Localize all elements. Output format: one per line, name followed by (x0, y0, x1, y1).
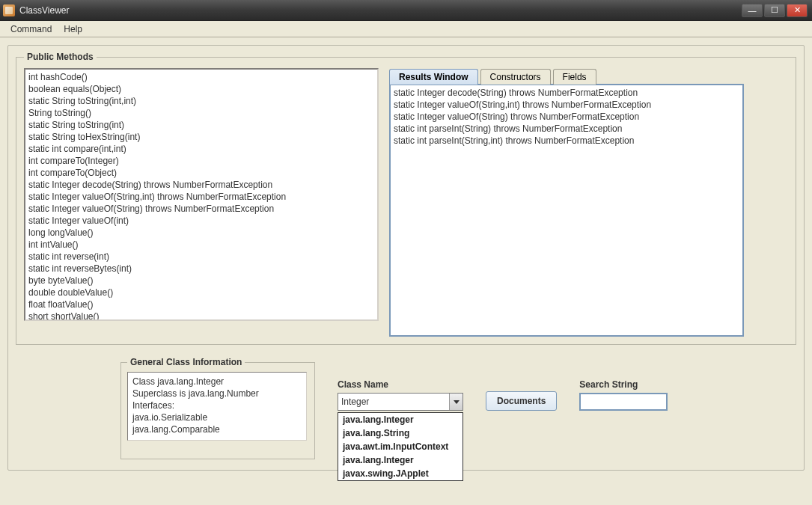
public-methods-legend: Public Methods (24, 52, 97, 62)
methods-list[interactable]: int hashCode()boolean equals(Object)stat… (24, 68, 379, 321)
public-methods-group: Public Methods int hashCode()boolean equ… (16, 52, 796, 345)
class-name-value: Integer (338, 397, 449, 407)
window-title: ClassViewer (19, 5, 742, 16)
search-group: Search String (579, 379, 668, 411)
app-icon (3, 4, 15, 16)
method-item[interactable]: static String toString(int,int) (28, 95, 374, 107)
result-item[interactable]: static Integer valueOf(String,int) throw… (394, 99, 739, 111)
results-panel[interactable]: static Integer decode(String) throws Num… (389, 84, 744, 337)
method-item[interactable]: int hashCode() (28, 71, 374, 83)
method-item[interactable]: int intValue() (28, 239, 374, 251)
method-item[interactable]: short shortValue() (28, 310, 374, 321)
method-item[interactable]: boolean equals(Object) (28, 83, 374, 95)
general-class-info-group: General Class Information Class java.lan… (120, 357, 315, 459)
method-item[interactable]: byte byteValue() (28, 275, 374, 287)
gci-body: Class java.lang.IntegerSuperclass is jav… (127, 372, 307, 441)
dropdown-item[interactable]: java.lang.Integer (338, 453, 463, 467)
search-input[interactable] (579, 393, 668, 411)
method-item[interactable]: int compareTo(Integer) (28, 155, 374, 167)
result-item[interactable]: static int parseInt(String) throws Numbe… (394, 123, 739, 135)
class-name-combo[interactable]: Integer (338, 393, 463, 411)
chevron-down-icon[interactable] (449, 394, 463, 410)
gci-line: Interfaces: (132, 400, 302, 411)
close-button[interactable]: ✕ (787, 4, 808, 17)
gci-line: Class java.lang.Integer (132, 376, 302, 388)
method-item[interactable]: static Integer valueOf(String,int) throw… (28, 191, 374, 203)
tab-results[interactable]: Results Window (389, 69, 478, 85)
method-item[interactable]: static Integer valueOf(String) throws Nu… (28, 203, 374, 215)
tabbar: Results Window Constructors Fields (389, 68, 744, 84)
gci-line: java.io.Serializable (132, 411, 302, 423)
class-name-dropdown[interactable]: java.lang.Integerjava.lang.Stringjava.aw… (338, 412, 463, 481)
gci-line: Superclass is java.lang.Number (132, 388, 302, 400)
tab-fields[interactable]: Fields (553, 69, 596, 85)
class-name-group: Class Name Integer java.lang.Integerjava… (338, 379, 463, 411)
method-item[interactable]: static String toHexString(int) (28, 131, 374, 143)
result-item[interactable]: static int parseInt(String,int) throws N… (394, 135, 739, 147)
titlebar: ClassViewer — ☐ ✕ (0, 0, 812, 21)
class-name-label: Class Name (338, 379, 463, 390)
method-item[interactable]: double doubleValue() (28, 287, 374, 299)
method-item[interactable]: String toString() (28, 107, 374, 119)
outer-panel: Public Methods int hashCode()boolean equ… (7, 45, 805, 471)
result-item[interactable]: static Integer decode(String) throws Num… (394, 87, 739, 99)
menu-command[interactable]: Command (4, 22, 58, 36)
method-item[interactable]: float floatValue() (28, 299, 374, 310)
window-controls: — ☐ ✕ (742, 4, 808, 17)
method-item[interactable]: static int reverseBytes(int) (28, 263, 374, 275)
method-item[interactable]: static int compare(int,int) (28, 143, 374, 155)
maximize-button[interactable]: ☐ (764, 4, 785, 17)
dropdown-item[interactable]: javax.swing.JApplet (338, 467, 463, 480)
dropdown-item[interactable]: java.lang.Integer (338, 413, 463, 426)
method-item[interactable]: long longValue() (28, 227, 374, 239)
dropdown-item[interactable]: java.awt.im.InputContext (338, 440, 463, 453)
menubar: Command Help (0, 21, 812, 37)
result-item[interactable]: static Integer valueOf(String) throws Nu… (394, 111, 739, 123)
gci-legend: General Class Information (127, 357, 245, 367)
method-item[interactable]: static String toString(int) (28, 119, 374, 131)
minimize-button[interactable]: — (742, 4, 763, 17)
gci-line: java.lang.Comparable (132, 423, 302, 435)
method-item[interactable]: static Integer decode(String) throws Num… (28, 179, 374, 191)
search-label: Search String (579, 379, 668, 390)
method-item[interactable]: static int reverse(int) (28, 251, 374, 263)
dropdown-item[interactable]: java.lang.String (338, 426, 463, 440)
workspace: Public Methods int hashCode()boolean equ… (0, 37, 812, 505)
tab-constructors[interactable]: Constructors (480, 69, 551, 85)
method-item[interactable]: static Integer valueOf(int) (28, 215, 374, 227)
documents-button[interactable]: Documents (486, 391, 557, 411)
method-item[interactable]: int compareTo(Object) (28, 167, 374, 179)
menu-help[interactable]: Help (58, 22, 88, 36)
